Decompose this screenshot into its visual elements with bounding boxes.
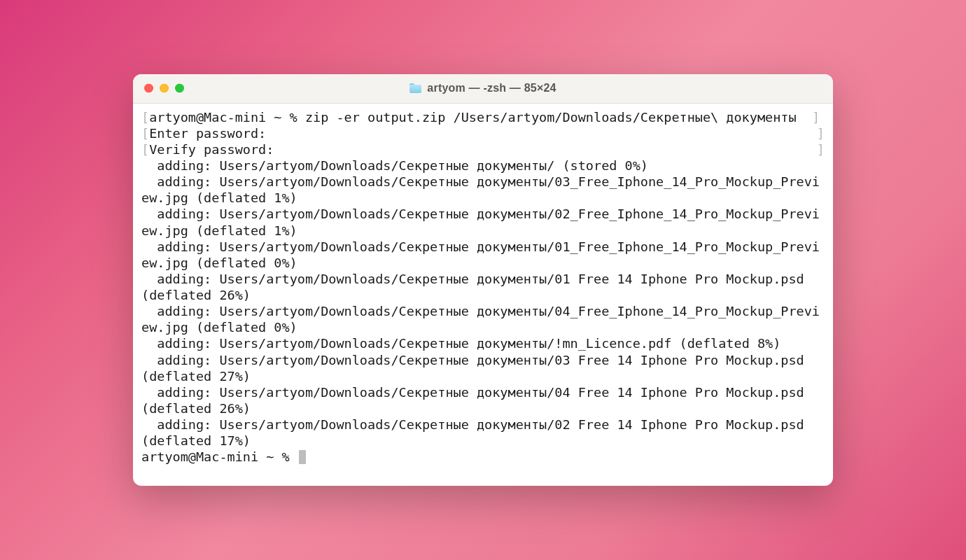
final-prompt: artyom@Mac-mini ~ %	[141, 449, 298, 464]
traffic-lights	[144, 84, 184, 93]
terminal-window: artyom — -zsh — 85×24 [artyom@Mac-mini ~…	[133, 74, 833, 486]
bracket-open-icon: [	[141, 142, 149, 157]
terminal-body: adding: Users/artyom/Downloads/Секретные…	[141, 158, 820, 448]
titlebar[interactable]: artyom — -zsh — 85×24	[133, 74, 833, 104]
cursor	[299, 450, 306, 464]
bracket-close-icon: ]	[817, 141, 825, 158]
zoom-button[interactable]	[175, 84, 184, 93]
bracket-close-icon: ]	[812, 110, 820, 125]
window-title-text: artyom — -zsh — 85×24	[427, 82, 556, 94]
bracket-close-icon: ]	[817, 125, 825, 141]
prompt-line: artyom@Mac-mini ~ % zip -er output.zip /…	[149, 110, 812, 125]
enter-password-line: Enter password:	[149, 126, 274, 141]
close-button[interactable]	[144, 84, 153, 93]
folder-icon	[410, 83, 421, 93]
bracket-open-icon: [	[141, 110, 149, 125]
verify-password-line: Verify password:	[149, 142, 281, 157]
bracket-open-icon: [	[141, 126, 149, 141]
terminal-output[interactable]: [artyom@Mac-mini ~ % zip -er output.zip …	[133, 104, 833, 486]
window-title: artyom — -zsh — 85×24	[133, 82, 833, 94]
minimize-button[interactable]	[160, 84, 169, 93]
